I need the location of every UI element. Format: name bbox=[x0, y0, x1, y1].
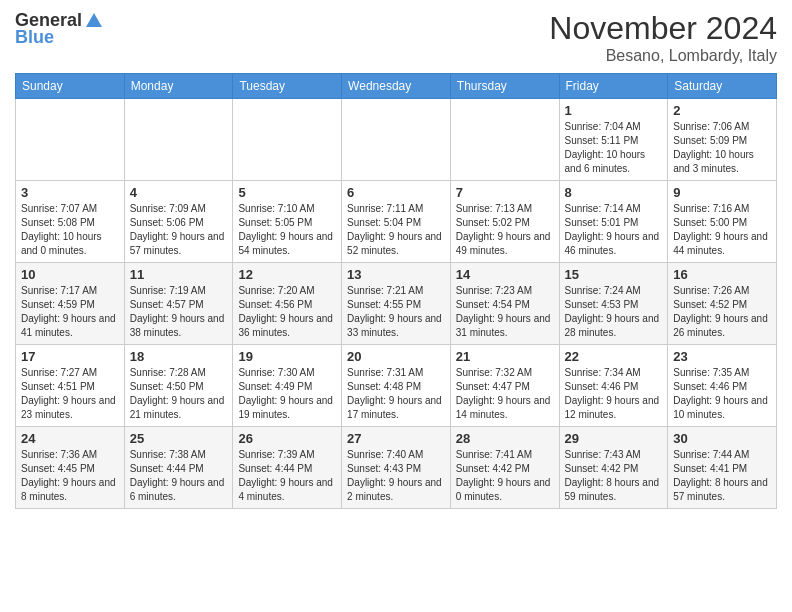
calendar-week-row: 1Sunrise: 7:04 AM Sunset: 5:11 PM Daylig… bbox=[16, 99, 777, 181]
day-info: Sunrise: 7:11 AM Sunset: 5:04 PM Dayligh… bbox=[347, 202, 445, 258]
day-info: Sunrise: 7:13 AM Sunset: 5:02 PM Dayligh… bbox=[456, 202, 554, 258]
logo-blue-text: Blue bbox=[15, 27, 104, 48]
calendar-cell: 11Sunrise: 7:19 AM Sunset: 4:57 PM Dayli… bbox=[124, 263, 233, 345]
calendar-week-row: 24Sunrise: 7:36 AM Sunset: 4:45 PM Dayli… bbox=[16, 427, 777, 509]
calendar-week-row: 3Sunrise: 7:07 AM Sunset: 5:08 PM Daylig… bbox=[16, 181, 777, 263]
calendar-cell bbox=[450, 99, 559, 181]
calendar-cell: 7Sunrise: 7:13 AM Sunset: 5:02 PM Daylig… bbox=[450, 181, 559, 263]
calendar-cell bbox=[233, 99, 342, 181]
day-number: 15 bbox=[565, 267, 663, 282]
calendar-cell bbox=[16, 99, 125, 181]
day-number: 30 bbox=[673, 431, 771, 446]
calendar-table: Sunday Monday Tuesday Wednesday Thursday… bbox=[15, 73, 777, 509]
day-info: Sunrise: 7:24 AM Sunset: 4:53 PM Dayligh… bbox=[565, 284, 663, 340]
day-info: Sunrise: 7:32 AM Sunset: 4:47 PM Dayligh… bbox=[456, 366, 554, 422]
calendar-cell: 12Sunrise: 7:20 AM Sunset: 4:56 PM Dayli… bbox=[233, 263, 342, 345]
calendar-cell: 6Sunrise: 7:11 AM Sunset: 5:04 PM Daylig… bbox=[342, 181, 451, 263]
calendar-cell: 19Sunrise: 7:30 AM Sunset: 4:49 PM Dayli… bbox=[233, 345, 342, 427]
calendar-week-row: 17Sunrise: 7:27 AM Sunset: 4:51 PM Dayli… bbox=[16, 345, 777, 427]
day-number: 22 bbox=[565, 349, 663, 364]
calendar-cell: 25Sunrise: 7:38 AM Sunset: 4:44 PM Dayli… bbox=[124, 427, 233, 509]
day-info: Sunrise: 7:39 AM Sunset: 4:44 PM Dayligh… bbox=[238, 448, 336, 504]
day-number: 20 bbox=[347, 349, 445, 364]
page-container: General Blue November 2024 Besano, Lomba… bbox=[0, 0, 792, 519]
calendar-cell: 28Sunrise: 7:41 AM Sunset: 4:42 PM Dayli… bbox=[450, 427, 559, 509]
day-info: Sunrise: 7:31 AM Sunset: 4:48 PM Dayligh… bbox=[347, 366, 445, 422]
day-info: Sunrise: 7:19 AM Sunset: 4:57 PM Dayligh… bbox=[130, 284, 228, 340]
day-number: 19 bbox=[238, 349, 336, 364]
day-info: Sunrise: 7:06 AM Sunset: 5:09 PM Dayligh… bbox=[673, 120, 771, 176]
day-number: 23 bbox=[673, 349, 771, 364]
calendar-cell: 30Sunrise: 7:44 AM Sunset: 4:41 PM Dayli… bbox=[668, 427, 777, 509]
day-number: 24 bbox=[21, 431, 119, 446]
day-number: 3 bbox=[21, 185, 119, 200]
day-info: Sunrise: 7:07 AM Sunset: 5:08 PM Dayligh… bbox=[21, 202, 119, 258]
svg-marker-0 bbox=[86, 13, 102, 27]
day-info: Sunrise: 7:16 AM Sunset: 5:00 PM Dayligh… bbox=[673, 202, 771, 258]
calendar-cell: 23Sunrise: 7:35 AM Sunset: 4:46 PM Dayli… bbox=[668, 345, 777, 427]
calendar-cell: 29Sunrise: 7:43 AM Sunset: 4:42 PM Dayli… bbox=[559, 427, 668, 509]
day-info: Sunrise: 7:17 AM Sunset: 4:59 PM Dayligh… bbox=[21, 284, 119, 340]
day-number: 13 bbox=[347, 267, 445, 282]
calendar-cell: 9Sunrise: 7:16 AM Sunset: 5:00 PM Daylig… bbox=[668, 181, 777, 263]
calendar-cell: 24Sunrise: 7:36 AM Sunset: 4:45 PM Dayli… bbox=[16, 427, 125, 509]
day-info: Sunrise: 7:36 AM Sunset: 4:45 PM Dayligh… bbox=[21, 448, 119, 504]
day-info: Sunrise: 7:38 AM Sunset: 4:44 PM Dayligh… bbox=[130, 448, 228, 504]
calendar-cell: 5Sunrise: 7:10 AM Sunset: 5:05 PM Daylig… bbox=[233, 181, 342, 263]
calendar-header-row: Sunday Monday Tuesday Wednesday Thursday… bbox=[16, 74, 777, 99]
day-number: 9 bbox=[673, 185, 771, 200]
col-saturday: Saturday bbox=[668, 74, 777, 99]
day-info: Sunrise: 7:35 AM Sunset: 4:46 PM Dayligh… bbox=[673, 366, 771, 422]
day-info: Sunrise: 7:40 AM Sunset: 4:43 PM Dayligh… bbox=[347, 448, 445, 504]
day-number: 29 bbox=[565, 431, 663, 446]
day-number: 28 bbox=[456, 431, 554, 446]
calendar-week-row: 10Sunrise: 7:17 AM Sunset: 4:59 PM Dayli… bbox=[16, 263, 777, 345]
day-number: 2 bbox=[673, 103, 771, 118]
day-number: 17 bbox=[21, 349, 119, 364]
col-friday: Friday bbox=[559, 74, 668, 99]
day-info: Sunrise: 7:28 AM Sunset: 4:50 PM Dayligh… bbox=[130, 366, 228, 422]
day-info: Sunrise: 7:09 AM Sunset: 5:06 PM Dayligh… bbox=[130, 202, 228, 258]
day-number: 26 bbox=[238, 431, 336, 446]
calendar-cell: 1Sunrise: 7:04 AM Sunset: 5:11 PM Daylig… bbox=[559, 99, 668, 181]
calendar-cell: 22Sunrise: 7:34 AM Sunset: 4:46 PM Dayli… bbox=[559, 345, 668, 427]
calendar-cell: 13Sunrise: 7:21 AM Sunset: 4:55 PM Dayli… bbox=[342, 263, 451, 345]
day-number: 12 bbox=[238, 267, 336, 282]
day-number: 10 bbox=[21, 267, 119, 282]
day-number: 21 bbox=[456, 349, 554, 364]
day-number: 11 bbox=[130, 267, 228, 282]
day-info: Sunrise: 7:23 AM Sunset: 4:54 PM Dayligh… bbox=[456, 284, 554, 340]
title-section: November 2024 Besano, Lombardy, Italy bbox=[549, 10, 777, 65]
day-number: 27 bbox=[347, 431, 445, 446]
calendar-cell: 16Sunrise: 7:26 AM Sunset: 4:52 PM Dayli… bbox=[668, 263, 777, 345]
day-info: Sunrise: 7:34 AM Sunset: 4:46 PM Dayligh… bbox=[565, 366, 663, 422]
col-thursday: Thursday bbox=[450, 74, 559, 99]
day-info: Sunrise: 7:04 AM Sunset: 5:11 PM Dayligh… bbox=[565, 120, 663, 176]
calendar-cell: 14Sunrise: 7:23 AM Sunset: 4:54 PM Dayli… bbox=[450, 263, 559, 345]
day-info: Sunrise: 7:44 AM Sunset: 4:41 PM Dayligh… bbox=[673, 448, 771, 504]
col-monday: Monday bbox=[124, 74, 233, 99]
calendar-cell bbox=[124, 99, 233, 181]
calendar-cell: 3Sunrise: 7:07 AM Sunset: 5:08 PM Daylig… bbox=[16, 181, 125, 263]
day-info: Sunrise: 7:41 AM Sunset: 4:42 PM Dayligh… bbox=[456, 448, 554, 504]
page-header: General Blue November 2024 Besano, Lomba… bbox=[15, 10, 777, 65]
calendar-cell: 26Sunrise: 7:39 AM Sunset: 4:44 PM Dayli… bbox=[233, 427, 342, 509]
day-number: 25 bbox=[130, 431, 228, 446]
logo: General Blue bbox=[15, 10, 104, 48]
day-info: Sunrise: 7:14 AM Sunset: 5:01 PM Dayligh… bbox=[565, 202, 663, 258]
calendar-cell: 18Sunrise: 7:28 AM Sunset: 4:50 PM Dayli… bbox=[124, 345, 233, 427]
calendar-cell: 8Sunrise: 7:14 AM Sunset: 5:01 PM Daylig… bbox=[559, 181, 668, 263]
day-info: Sunrise: 7:43 AM Sunset: 4:42 PM Dayligh… bbox=[565, 448, 663, 504]
col-sunday: Sunday bbox=[16, 74, 125, 99]
day-number: 7 bbox=[456, 185, 554, 200]
calendar-cell: 2Sunrise: 7:06 AM Sunset: 5:09 PM Daylig… bbox=[668, 99, 777, 181]
location: Besano, Lombardy, Italy bbox=[549, 47, 777, 65]
day-info: Sunrise: 7:10 AM Sunset: 5:05 PM Dayligh… bbox=[238, 202, 336, 258]
day-number: 18 bbox=[130, 349, 228, 364]
calendar-cell: 20Sunrise: 7:31 AM Sunset: 4:48 PM Dayli… bbox=[342, 345, 451, 427]
day-number: 5 bbox=[238, 185, 336, 200]
calendar-cell: 27Sunrise: 7:40 AM Sunset: 4:43 PM Dayli… bbox=[342, 427, 451, 509]
month-title: November 2024 bbox=[549, 10, 777, 47]
day-info: Sunrise: 7:20 AM Sunset: 4:56 PM Dayligh… bbox=[238, 284, 336, 340]
calendar-cell: 4Sunrise: 7:09 AM Sunset: 5:06 PM Daylig… bbox=[124, 181, 233, 263]
